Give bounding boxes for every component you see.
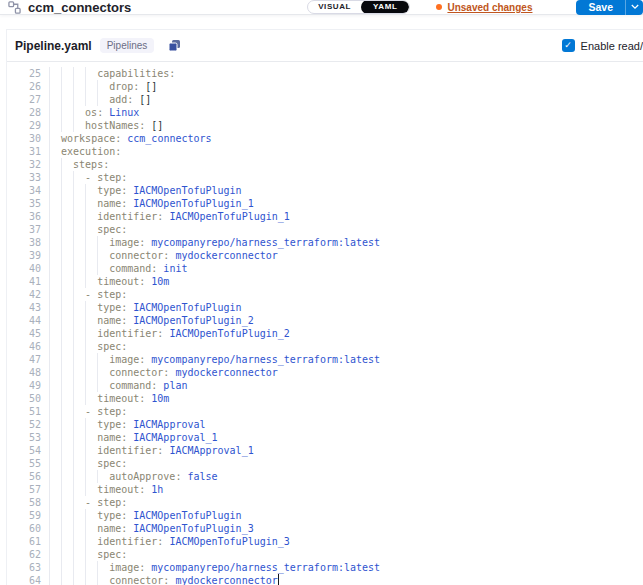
line-number: 55 — [7, 457, 41, 470]
code-line[interactable]: timeout: 10m — [49, 392, 643, 405]
code-line[interactable]: image: mycompanyrepo/harness_terraform:l… — [49, 353, 643, 366]
line-number: 48 — [7, 366, 41, 379]
code-line[interactable]: timeout: 1h — [49, 483, 643, 496]
code-line[interactable]: identifier: IACMOpenTofuPlugin_2 — [49, 327, 643, 340]
code-line[interactable]: timeout: 10m — [49, 275, 643, 288]
code-line[interactable]: command: init — [49, 262, 643, 275]
top-bar: ccm_connectors VISUAL YAML Unsaved chang… — [0, 0, 643, 15]
code-line[interactable]: - step: — [49, 405, 643, 418]
save-split-button: Save — [576, 0, 643, 15]
line-number: 57 — [7, 483, 41, 496]
code-line[interactable]: autoApprove: false — [49, 470, 643, 483]
line-number: 45 — [7, 327, 41, 340]
line-number: 49 — [7, 379, 41, 392]
code-line[interactable]: - step: — [49, 171, 643, 184]
line-number: 62 — [7, 548, 41, 561]
code-line[interactable]: hostNames: [] — [49, 119, 643, 132]
text-cursor — [278, 574, 280, 585]
code-line[interactable]: name: IACMApproval_1 — [49, 431, 643, 444]
code-line[interactable]: identifier: IACMOpenTofuPlugin_1 — [49, 210, 643, 223]
toggle-yaml[interactable]: YAML — [361, 0, 409, 14]
code-line[interactable]: execution: — [49, 145, 643, 158]
line-number: 59 — [7, 509, 41, 522]
code-line[interactable]: connector: mydockerconnector — [49, 574, 643, 585]
code-line[interactable]: command: plan — [49, 379, 643, 392]
code-line[interactable]: connector: mydockerconnector — [49, 249, 643, 262]
line-number: 33 — [7, 171, 41, 184]
yaml-page: Pipeline.yaml Pipelines ✓ Enable read/ 2… — [0, 15, 643, 585]
code-line[interactable]: steps: — [49, 158, 643, 171]
line-number: 51 — [7, 405, 41, 418]
code-line[interactable]: - step: — [49, 288, 643, 301]
editor-header: Pipeline.yaml Pipelines ✓ Enable read/ — [7, 30, 643, 62]
code-line[interactable]: drop: [] — [49, 80, 643, 93]
yaml-editor-card: Pipeline.yaml Pipelines ✓ Enable read/ 2… — [6, 29, 643, 585]
line-number: 37 — [7, 223, 41, 236]
code-line[interactable]: type: IACMOpenTofuPlugin — [49, 184, 643, 197]
line-number: 53 — [7, 431, 41, 444]
code-line[interactable]: - step: — [49, 496, 643, 509]
save-button[interactable]: Save — [576, 0, 625, 15]
line-number: 29 — [7, 119, 41, 132]
code-lines[interactable]: capabilities:drop: []add: []os: Linuxhos… — [49, 67, 643, 585]
line-number: 52 — [7, 418, 41, 431]
line-number: 25 — [7, 67, 41, 80]
line-number: 43 — [7, 301, 41, 314]
code-line[interactable]: add: [] — [49, 93, 643, 106]
line-number: 27 — [7, 93, 41, 106]
line-number: 64 — [7, 574, 41, 585]
code-line[interactable]: spec: — [49, 340, 643, 353]
code-line[interactable]: identifier: IACMOpenTofuPlugin_3 — [49, 535, 643, 548]
line-number: 61 — [7, 535, 41, 548]
pipelines-badge: Pipelines — [100, 38, 155, 53]
save-dropdown-button[interactable] — [625, 0, 643, 15]
unsaved-changes-link[interactable]: Unsaved changes — [436, 2, 532, 13]
line-number: 60 — [7, 522, 41, 535]
line-number: 47 — [7, 353, 41, 366]
copy-button[interactable] — [168, 39, 181, 52]
code-line[interactable]: name: IACMOpenTofuPlugin_3 — [49, 522, 643, 535]
line-number: 34 — [7, 184, 41, 197]
line-number: 42 — [7, 288, 41, 301]
readonly-checkbox-label: Enable read/ — [581, 40, 643, 52]
line-number: 40 — [7, 262, 41, 275]
code-line[interactable]: identifier: IACMApproval_1 — [49, 444, 643, 457]
code-line[interactable]: image: mycompanyrepo/harness_terraform:l… — [49, 236, 643, 249]
line-number: 44 — [7, 314, 41, 327]
line-number: 46 — [7, 340, 41, 353]
code-line[interactable]: os: Linux — [49, 106, 643, 119]
readonly-checkbox[interactable]: ✓ — [562, 39, 575, 52]
pipeline-icon — [8, 1, 21, 14]
line-number: 39 — [7, 249, 41, 262]
gutter: 2526272829303132333435363738394041424344… — [7, 67, 49, 585]
code-line[interactable]: spec: — [49, 223, 643, 236]
code-line[interactable]: capabilities: — [49, 67, 643, 80]
code-line[interactable]: type: IACMOpenTofuPlugin — [49, 509, 643, 522]
toggle-visual[interactable]: VISUAL — [308, 0, 361, 14]
code-line[interactable]: spec: — [49, 457, 643, 470]
visual-yaml-toggle: VISUAL YAML — [307, 0, 410, 14]
code-line[interactable]: spec: — [49, 548, 643, 561]
line-number: 56 — [7, 470, 41, 483]
line-number: 36 — [7, 210, 41, 223]
line-number: 32 — [7, 158, 41, 171]
line-number: 28 — [7, 106, 41, 119]
line-number: 63 — [7, 561, 41, 574]
line-number: 54 — [7, 444, 41, 457]
code-line[interactable]: name: IACMOpenTofuPlugin_1 — [49, 197, 643, 210]
line-number: 41 — [7, 275, 41, 288]
line-number: 35 — [7, 197, 41, 210]
code-line[interactable]: type: IACMApproval — [49, 418, 643, 431]
line-number: 58 — [7, 496, 41, 509]
yaml-code-editor[interactable]: 2526272829303132333435363738394041424344… — [7, 62, 643, 585]
readonly-toggle-group: ✓ Enable read/ — [562, 39, 643, 52]
code-line[interactable]: type: IACMOpenTofuPlugin — [49, 301, 643, 314]
chevron-down-icon — [631, 4, 639, 10]
line-number: 50 — [7, 392, 41, 405]
code-line[interactable]: workspace: ccm_connectors — [49, 132, 643, 145]
line-number: 38 — [7, 236, 41, 249]
line-number: 30 — [7, 132, 41, 145]
code-line[interactable]: name: IACMOpenTofuPlugin_2 — [49, 314, 643, 327]
code-line[interactable]: connector: mydockerconnector — [49, 366, 643, 379]
code-line[interactable]: image: mycompanyrepo/harness_terraform:l… — [49, 561, 643, 574]
